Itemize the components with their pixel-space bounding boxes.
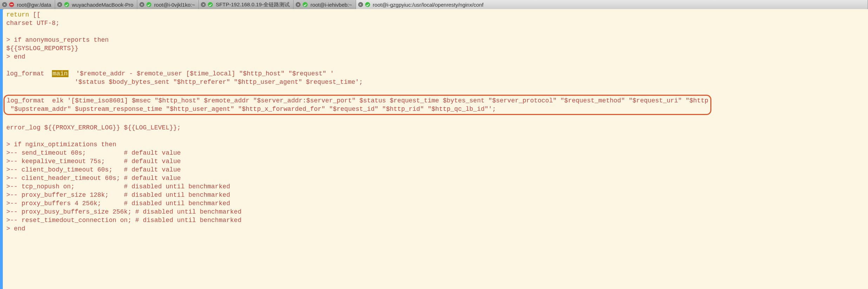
tab-label: wuyachaodeMacBook-Pro — [72, 2, 133, 8]
tab-label: root@i-gzgpyiuc:/usr/local/openresty/ngi… — [373, 2, 484, 8]
code-line: '$remote_addr - $remote_user [$time_loca… — [68, 70, 334, 77]
tab-bar: × root@gw:/data × wuyachaodeMacBook-Pro … — [0, 0, 868, 9]
close-icon[interactable]: × — [2, 2, 7, 7]
code-line: > if nginx_optimizations then — [6, 141, 116, 148]
code-line: > end — [6, 225, 25, 232]
code-line: >-- reset_timedout_connection on; # disa… — [6, 217, 242, 224]
code-line: >-- tcp_nopush on; # disabled until benc… — [6, 183, 230, 190]
tab-label: root@gw:/data — [17, 2, 51, 8]
code-line: >-- client_header_timeout 60s; # default… — [6, 175, 181, 182]
tab-2[interactable]: × root@i-0vjkl1ko:~ — [137, 0, 199, 9]
close-icon[interactable]: × — [358, 2, 363, 7]
code-line: [[ — [29, 11, 40, 18]
annotation-box: log_format elk '[$time_iso8601] $msec "$… — [4, 95, 711, 115]
close-icon[interactable]: × — [201, 2, 206, 7]
scroll-indicator[interactable] — [0, 9, 3, 289]
status-connected-icon — [303, 2, 308, 7]
close-icon[interactable]: × — [139, 2, 144, 7]
code-keyword: return — [6, 11, 29, 18]
tab-5-active[interactable]: × root@i-gzgpyiuc:/usr/local/openresty/n… — [356, 0, 868, 9]
editor-content[interactable]: return [[ charset UTF-8; > if anonymous_… — [4, 9, 868, 289]
code-line: error_log ${{PROXY_ERROR_LOG}} ${{LOG_LE… — [6, 124, 181, 131]
tab-0[interactable]: × root@gw:/data — [0, 0, 55, 9]
status-connected-icon — [208, 2, 213, 7]
code-line: >-- proxy_buffer_size 128k; # disabled u… — [6, 191, 230, 199]
close-icon[interactable]: × — [57, 2, 62, 7]
status-connected-icon — [365, 2, 370, 7]
code-line: log_format elk '[$time_iso8601] $msec "$… — [7, 97, 708, 104]
code-line: >-- client_body_timeout 60s; # default v… — [6, 166, 181, 173]
code-line: >-- send_timeout 60s; # default value — [6, 149, 181, 156]
tab-label: SFTP-192.168.0.19-全链路测试 — [216, 1, 290, 8]
status-connected-icon — [64, 2, 69, 7]
code-line: >-- proxy_buffers 4 256k; # disabled unt… — [6, 200, 230, 207]
code-line: log_format — [6, 70, 52, 77]
code-line: > end — [6, 53, 25, 60]
tab-1[interactable]: × wuyachaodeMacBook-Pro — [55, 0, 137, 9]
code-line: '$status $body_bytes_sent "$http_referer… — [6, 79, 363, 86]
code-line: >-- keepalive_timeout 75s; # default val… — [6, 158, 181, 165]
status-disconnected-icon — [9, 2, 14, 7]
tab-3[interactable]: × SFTP-192.168.0.19-全链路测试 — [199, 0, 294, 9]
search-highlight: main — [52, 70, 68, 77]
code-line: charset UTF-8; — [6, 20, 59, 27]
tab-4[interactable]: × root@i-iehivbeb:~ — [294, 0, 356, 9]
code-line: >-- proxy_busy_buffers_size 256k; # disa… — [6, 208, 242, 215]
tab-label: root@i-0vjkl1ko:~ — [154, 2, 195, 8]
code-line: "$upstream_addr" $upstream_response_time… — [7, 106, 496, 113]
close-icon[interactable]: × — [296, 2, 301, 7]
code-line: ${{SYSLOG_REPORTS}} — [6, 45, 78, 52]
tab-label: root@i-iehivbeb:~ — [310, 2, 352, 8]
code-line: > if anonymous_reports then — [6, 36, 109, 43]
status-connected-icon — [146, 2, 151, 7]
